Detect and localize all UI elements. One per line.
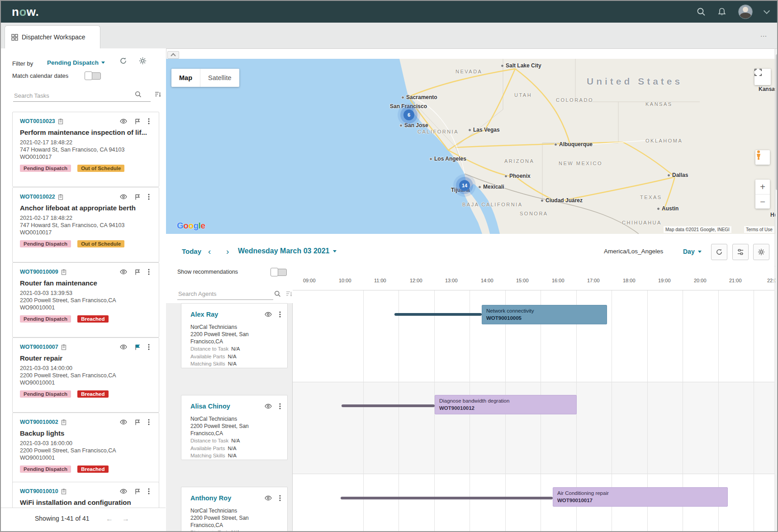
settings-sliders-icon [737, 248, 744, 256]
today-button[interactable]: Today [182, 247, 201, 255]
kebab-menu-icon[interactable] [148, 194, 150, 200]
hour-label: 20:00 [694, 278, 707, 283]
pagination-next-icon[interactable]: → [122, 515, 129, 523]
map-canvas[interactable]: Salt Lake City NEVADA UTAH COLORADO KANS… [166, 59, 775, 234]
task-card[interactable]: WOT0010022 [12, 187, 159, 262]
flag-icon[interactable] [135, 344, 140, 350]
kebab-menu-icon[interactable] [279, 403, 281, 409]
kebab-menu-icon[interactable] [279, 495, 281, 501]
task-title: Router fan maintenance [20, 279, 152, 287]
view-mode-dropdown[interactable]: Day [683, 248, 702, 255]
task-card[interactable]: WOT90010002 [12, 413, 159, 488]
task-badges: Pending DispatchBreached [20, 315, 152, 323]
task-bar[interactable]: Air Conditioning repair WOT90010017 [553, 487, 728, 507]
prev-day-chevron-icon[interactable]: ‹ [208, 247, 211, 256]
task-bar[interactable]: Diagnose bandwidth degration WOT90010012 [435, 395, 577, 414]
tab-more-button[interactable]: ... [760, 31, 767, 38]
satellite-button[interactable]: Satellite [200, 69, 239, 87]
agent-card[interactable]: Anthony Roy NorCal Technicians 2200 Powe… [181, 487, 288, 532]
task-number-link[interactable]: WOT0010022 [20, 194, 55, 200]
city-dot-icon [667, 174, 670, 177]
preview-eye-icon[interactable] [120, 194, 127, 200]
preview-eye-icon[interactable] [265, 495, 272, 501]
work-order-number: WO90010001 [20, 379, 152, 386]
task-card[interactable]: WOT90010009 [12, 262, 159, 337]
task-card[interactable]: WOT0010023 [12, 112, 159, 187]
kebab-menu-icon[interactable] [148, 488, 150, 494]
kebab-menu-icon[interactable] [148, 419, 150, 425]
task-number-link[interactable]: WOT90010007 [20, 344, 58, 350]
agent-organization: NorCal Technicians [190, 507, 281, 514]
map-label: Austin [657, 205, 678, 212]
flag-icon[interactable] [135, 194, 140, 200]
pagination-text: Showing 1-41 of 41 [35, 515, 90, 522]
notifications-bell-icon[interactable] [717, 7, 726, 16]
map-label: SONORA [520, 211, 548, 216]
cluster-marker[interactable]: 6 [403, 109, 414, 120]
cluster-marker[interactable]: 14 [459, 180, 470, 191]
task-number-link[interactable]: WOT90010010 [20, 488, 58, 494]
next-day-chevron-icon[interactable]: › [226, 247, 229, 256]
task-datetime: 2021-03-03 14:00:00 [20, 365, 152, 372]
flag-icon[interactable] [135, 419, 140, 425]
work-order-number: WO0010017 [20, 153, 152, 161]
task-bar[interactable]: Network connectivity WOT90010005 [482, 305, 607, 324]
task-number-link[interactable]: WOT0010023 [20, 118, 55, 124]
hour-label: 17:00 [587, 278, 600, 283]
sort-agents-icon[interactable] [286, 290, 293, 299]
refresh-schedule-button[interactable] [711, 244, 727, 260]
map-button[interactable]: Map [171, 69, 200, 87]
flag-icon[interactable] [135, 119, 140, 124]
hour-label: 18:00 [623, 278, 636, 283]
task-record-icon [58, 119, 63, 124]
city-dot-icon [399, 124, 403, 127]
preview-eye-icon[interactable] [120, 344, 127, 350]
terms-of-use-link[interactable]: Terms of Use [744, 226, 774, 233]
zoom-out-button[interactable]: − [755, 194, 770, 209]
flag-icon[interactable] [135, 269, 140, 275]
pegman-button[interactable] [755, 150, 770, 165]
agent-address: 2200 Powell Street, San Francisco,CA [190, 331, 281, 345]
agent-field-value: N/A [228, 353, 237, 361]
zoom-in-button[interactable]: + [755, 180, 770, 194]
task-number-link[interactable]: WOT90010002 [20, 419, 58, 425]
search-agents-input[interactable] [177, 288, 273, 300]
show-recommendations-toggle[interactable] [270, 269, 287, 276]
fullscreen-icon [754, 69, 762, 76]
agent-card[interactable]: Alisa Chinoy NorCal Technicians 2200 Pow… [181, 395, 288, 460]
kebab-menu-icon[interactable] [279, 311, 281, 318]
user-menu-chevron-icon[interactable] [764, 8, 770, 14]
agent-name-link[interactable]: Alisa Chinoy [190, 403, 230, 410]
collapse-map-chevron-icon[interactable] [167, 51, 179, 59]
date-picker-dropdown[interactable]: Wednesday March 03 2021 [238, 247, 337, 255]
kebab-menu-icon[interactable] [148, 269, 150, 275]
agent-address: 2200 Powell Street, San Francisco,CA [190, 423, 281, 437]
preview-eye-icon[interactable] [265, 312, 272, 317]
map-label: UTAH [514, 92, 532, 98]
task-number-link[interactable]: WOT90010009 [20, 269, 58, 275]
pagination-prev-icon[interactable]: ← [106, 515, 113, 523]
vertical-scrollbar-thumb[interactable] [776, 54, 778, 190]
preview-eye-icon[interactable] [120, 489, 127, 494]
agent-card[interactable]: Alex Ray NorCal Technicians 2200 Powell … [181, 303, 288, 368]
map-label: San Jose [399, 122, 428, 128]
gear-button[interactable] [753, 244, 769, 260]
kebab-menu-icon[interactable] [148, 118, 150, 124]
agent-name-link[interactable]: Anthony Roy [190, 494, 231, 502]
agent-name-link[interactable]: Alex Ray [190, 311, 218, 318]
preview-eye-icon[interactable] [120, 119, 127, 124]
preview-eye-icon[interactable] [265, 404, 272, 409]
task-card[interactable]: WOT90010007 [12, 337, 159, 413]
search-icon[interactable] [697, 7, 706, 16]
preview-eye-icon[interactable] [120, 269, 127, 275]
user-avatar[interactable] [738, 5, 753, 19]
fullscreen-button[interactable] [754, 69, 771, 85]
schedule-settings-button[interactable] [732, 244, 749, 260]
search-agents-icon[interactable] [274, 290, 281, 299]
flag-icon[interactable] [135, 489, 140, 494]
task-badges: Pending DispatchBreached [20, 390, 152, 398]
task-record-icon [61, 489, 66, 494]
agent-field-label: Available Parts [190, 445, 225, 452]
preview-eye-icon[interactable] [120, 419, 127, 425]
kebab-menu-icon[interactable] [148, 344, 150, 350]
